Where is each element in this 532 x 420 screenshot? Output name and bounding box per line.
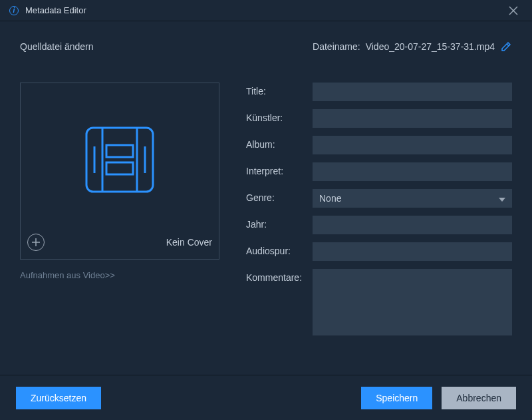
comments-textarea[interactable] (313, 269, 512, 335)
filename-section: Dateiname: Video_20-07-27_15-37-31.mp4 (313, 41, 512, 53)
comments-label: Kommentare: (246, 269, 313, 283)
title-input[interactable] (313, 83, 512, 101)
field-row-year: Jahr: (246, 216, 512, 234)
field-row-audiotrack: Audiospur: (246, 242, 512, 261)
cover-column: Kein Cover Aufnahmen aus Video>> (20, 83, 219, 368)
reset-button[interactable]: Zurücksetzen (16, 387, 101, 409)
svg-line-2 (507, 44, 509, 46)
close-button[interactable] (504, 1, 523, 20)
fields-column: Title: Künstler: Album: Interpret: Genre… (246, 83, 512, 368)
genre-select[interactable]: None (313, 189, 512, 208)
plus-icon (31, 238, 41, 247)
no-cover-label: Kein Cover (166, 237, 212, 248)
titlebar: Metadata Editor (0, 0, 532, 21)
artist-label: Künstler: (246, 109, 313, 123)
header: Quelldatei ändern Dateiname: Video_20-07… (0, 31, 532, 63)
svg-rect-9 (106, 162, 133, 174)
field-row-genre: Genre: None (246, 189, 512, 208)
metadata-editor-window: Metadata Editor Quelldatei ändern Datein… (0, 0, 532, 420)
film-strip-icon (80, 120, 160, 200)
footer: Zurücksetzen Speichern Abbrechen (0, 375, 532, 420)
year-input[interactable] (313, 216, 512, 234)
field-row-title: Title: (246, 83, 512, 101)
cover-box: Kein Cover (20, 83, 219, 260)
interpret-input[interactable] (313, 162, 512, 181)
pencil-icon (501, 41, 511, 52)
save-button[interactable]: Speichern (361, 387, 432, 409)
cover-placeholder (26, 89, 213, 231)
cover-footer: Kein Cover (26, 231, 213, 254)
add-cover-button[interactable] (27, 234, 45, 251)
year-label: Jahr: (246, 216, 313, 230)
album-input[interactable] (313, 136, 512, 154)
genre-label: Genre: (246, 189, 313, 203)
info-icon (9, 6, 19, 15)
svg-rect-8 (106, 145, 133, 157)
field-row-album: Album: (246, 136, 512, 154)
content-area: Kein Cover Aufnahmen aus Video>> Title: … (0, 63, 532, 375)
filename-value: Video_20-07-27_15-37-31.mp4 (366, 41, 495, 52)
edit-filename-button[interactable] (500, 41, 512, 53)
title-label: Title: (246, 83, 313, 97)
field-row-comments: Kommentare: (246, 269, 512, 335)
audiotrack-input[interactable] (313, 242, 512, 261)
genre-value: None (319, 193, 341, 204)
capture-from-video-link[interactable]: Aufnahmen aus Video>> (20, 270, 219, 280)
filename-label: Dateiname: (313, 41, 360, 52)
field-row-interpret: Interpret: (246, 162, 512, 181)
cancel-button[interactable]: Abbrechen (442, 387, 516, 409)
change-source-label: Quelldatei ändern (20, 41, 94, 52)
svg-rect-3 (86, 128, 153, 192)
album-label: Album: (246, 136, 313, 150)
artist-input[interactable] (313, 109, 512, 128)
field-row-artist: Künstler: (246, 109, 512, 128)
close-icon (508, 5, 519, 16)
window-title: Metadata Editor (25, 5, 86, 15)
chevron-down-icon (499, 193, 505, 204)
interpret-label: Interpret: (246, 162, 313, 176)
audiotrack-label: Audiospur: (246, 242, 313, 256)
